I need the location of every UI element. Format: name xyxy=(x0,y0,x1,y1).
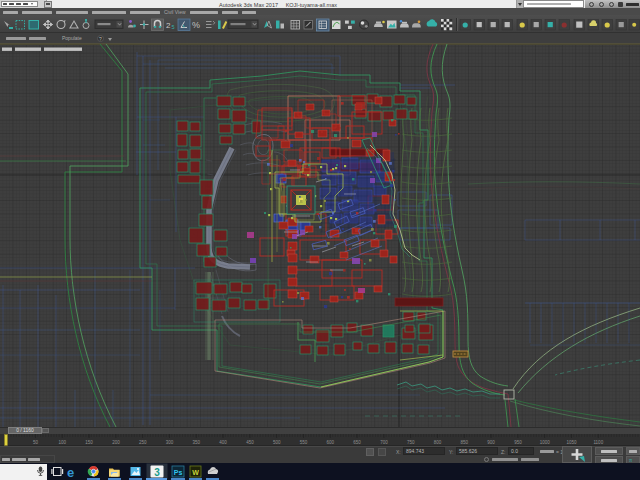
svg-text:%: % xyxy=(192,20,200,30)
svg-text:1100: 1100 xyxy=(593,440,603,445)
svg-text:900: 900 xyxy=(487,440,495,445)
svg-text:650: 650 xyxy=(353,440,361,445)
svg-text:300: 300 xyxy=(166,440,174,445)
svg-text:e: e xyxy=(67,465,74,480)
svg-text:50: 50 xyxy=(33,440,39,445)
svg-text:5: 5 xyxy=(172,24,175,30)
svg-text:500: 500 xyxy=(273,440,281,445)
svg-text:3: 3 xyxy=(154,467,160,478)
svg-text:350: 350 xyxy=(193,440,201,445)
svg-text:700: 700 xyxy=(380,440,388,445)
svg-text:200: 200 xyxy=(112,440,120,445)
svg-text:600: 600 xyxy=(327,440,335,445)
svg-text:850: 850 xyxy=(461,440,469,445)
svg-text:2: 2 xyxy=(166,21,171,30)
svg-text:100: 100 xyxy=(59,440,67,445)
svg-text:250: 250 xyxy=(139,440,147,445)
svg-text:450: 450 xyxy=(246,440,254,445)
svg-text:W: W xyxy=(192,469,199,476)
svg-text:550: 550 xyxy=(300,440,308,445)
svg-text:1050: 1050 xyxy=(566,440,577,445)
svg-text:150: 150 xyxy=(85,440,93,445)
svg-text:Ps: Ps xyxy=(174,469,183,476)
svg-text:950: 950 xyxy=(514,440,522,445)
svg-text:1000: 1000 xyxy=(540,440,551,445)
svg-text:750: 750 xyxy=(407,440,415,445)
svg-text:800: 800 xyxy=(434,440,442,445)
svg-text:400: 400 xyxy=(219,440,227,445)
